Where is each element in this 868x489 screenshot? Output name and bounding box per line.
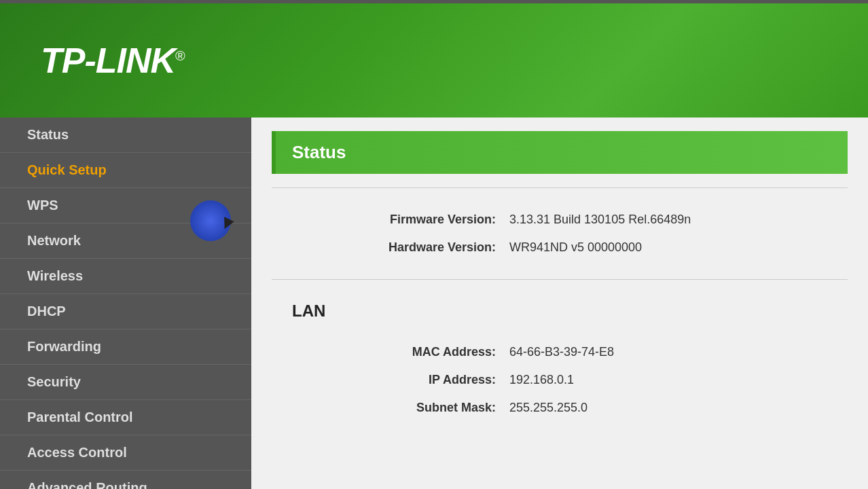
hardware-value: WR941ND v5 00000000 bbox=[509, 240, 642, 255]
mac-label: MAC Address: bbox=[333, 345, 509, 359]
subnet-value: 255.255.255.0 bbox=[509, 401, 587, 415]
sidebar-item-access-control[interactable]: Access Control bbox=[0, 435, 251, 471]
hardware-row: Hardware Version: WR941ND v5 00000000 bbox=[292, 234, 827, 261]
hardware-label: Hardware Version: bbox=[333, 240, 509, 255]
main-layout: Status Quick Setup WPS Network Wireless … bbox=[0, 117, 868, 489]
subnet-label: Subnet Mask: bbox=[333, 401, 509, 415]
subnet-row: Subnet Mask: 255.255.255.0 bbox=[292, 394, 827, 422]
registered-mark: ® bbox=[175, 48, 185, 63]
sidebar-item-security[interactable]: Security bbox=[0, 365, 251, 400]
ip-value: 192.168.0.1 bbox=[509, 373, 574, 387]
tp-link-logo: TP-LINK® bbox=[41, 40, 185, 81]
mac-value: 64-66-B3-39-74-E8 bbox=[509, 345, 614, 359]
lan-info-section: MAC Address: 64-66-B3-39-74-E8 IP Addres… bbox=[272, 331, 848, 429]
sidebar-item-network[interactable]: Network bbox=[0, 223, 251, 259]
ip-label: IP Address: bbox=[333, 373, 509, 387]
sidebar: Status Quick Setup WPS Network Wireless … bbox=[0, 117, 251, 489]
status-section-header: Status bbox=[272, 131, 848, 174]
sidebar-item-status[interactable]: Status bbox=[0, 117, 251, 153]
page-title: Status bbox=[292, 142, 346, 162]
firmware-info-section: Firmware Version: 3.13.31 Build 130105 R… bbox=[272, 199, 848, 268]
header: TP-LINK® bbox=[0, 3, 868, 117]
firmware-row: Firmware Version: 3.13.31 Build 130105 R… bbox=[292, 206, 827, 234]
firmware-value: 3.13.31 Build 130105 Rel.66489n bbox=[509, 213, 691, 227]
main-content: Status Firmware Version: 3.13.31 Build 1… bbox=[251, 117, 868, 489]
firmware-label: Firmware Version: bbox=[333, 213, 509, 227]
sidebar-item-parental-control[interactable]: Parental Control bbox=[0, 400, 251, 435]
logo-text: TP-LINK bbox=[41, 41, 175, 80]
divider-2 bbox=[272, 279, 848, 280]
sidebar-item-wireless[interactable]: Wireless bbox=[0, 259, 251, 294]
lan-section-title: LAN bbox=[272, 291, 848, 331]
ip-row: IP Address: 192.168.0.1 bbox=[292, 366, 827, 394]
sidebar-item-forwarding[interactable]: Forwarding bbox=[0, 329, 251, 365]
sidebar-item-dhcp[interactable]: DHCP bbox=[0, 294, 251, 329]
divider-1 bbox=[272, 187, 848, 188]
sidebar-item-quick-setup[interactable]: Quick Setup bbox=[0, 153, 251, 188]
sidebar-item-wps[interactable]: WPS bbox=[0, 188, 251, 223]
mac-row: MAC Address: 64-66-B3-39-74-E8 bbox=[292, 338, 827, 366]
sidebar-item-advanced-routing[interactable]: Advanced Routing bbox=[0, 471, 251, 489]
